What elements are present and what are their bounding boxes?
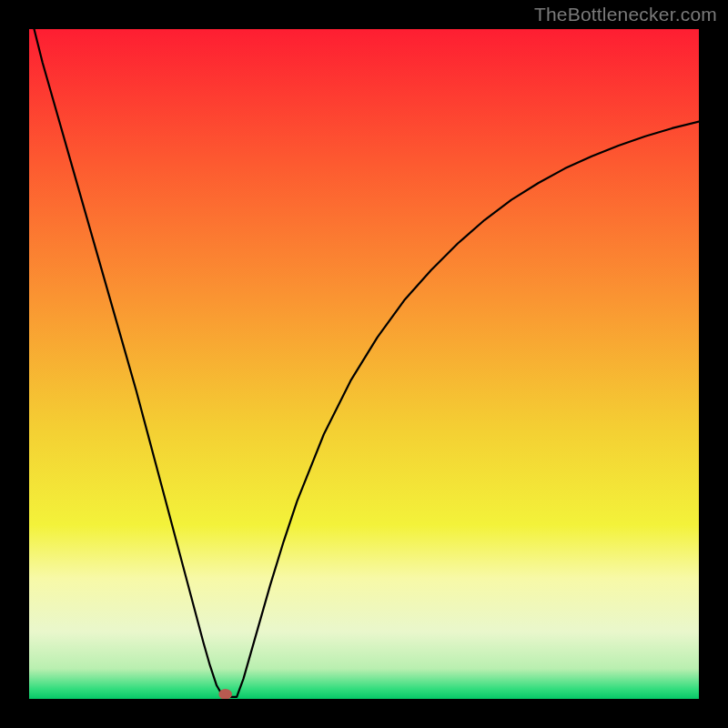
attribution-text: TheBottlenecker.com: [534, 4, 717, 25]
chart-stage: TheBottlenecker.com: [0, 0, 728, 728]
plot-area: [29, 29, 699, 699]
plot-svg: [29, 29, 699, 699]
